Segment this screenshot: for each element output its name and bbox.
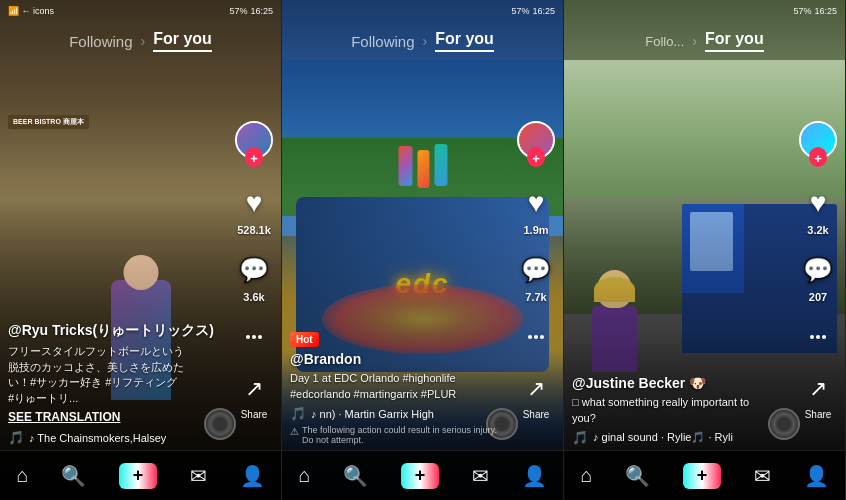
bottom-info-1: @Ryu Tricks(りゅートリックス) フリースタイルフットボールという脱技… [8, 322, 223, 445]
nav-inbox-1[interactable]: ✉ [190, 464, 207, 488]
add-icon-3: + [683, 463, 721, 489]
top-nav-3: Follo... › For you [564, 22, 845, 60]
username-1: @Ryu Tricks(りゅートリックス) [8, 322, 223, 340]
description-2: Day 1 at EDC Orlando #highonlife#edcorla… [290, 371, 505, 402]
more-button-2[interactable] [518, 319, 554, 355]
nav-home-2[interactable]: ⌂ [298, 464, 310, 487]
nav-profile-1[interactable]: 👤 [240, 464, 265, 488]
top-nav-1: Following › For you [0, 22, 281, 60]
share-label-3: Share [805, 409, 832, 420]
comment-button-2[interactable]: 💬 7.7k [518, 252, 554, 303]
status-time-3: 57% 16:25 [793, 6, 837, 16]
comment-icon-2: 💬 [518, 252, 554, 288]
home-icon-3: ⌂ [580, 464, 592, 487]
share-button-3[interactable]: ↗ Share [800, 371, 836, 420]
add-icon-1: + [119, 463, 157, 489]
foryou-tab-3[interactable]: For you [705, 30, 764, 52]
music-note-icon-2: 🎵 [290, 406, 306, 421]
comment-icon-3: 💬 [800, 252, 836, 288]
time-display-1: 16:25 [250, 6, 273, 16]
follow-plus-3[interactable]: + [809, 149, 827, 167]
search-icon-2: 🔍 [343, 464, 368, 488]
warning-text-2: ⚠ The following action could result in s… [290, 425, 505, 445]
nav-separator-1: › [141, 33, 146, 49]
nav-add-1[interactable]: + [119, 463, 157, 489]
nav-search-2[interactable]: 🔍 [343, 464, 368, 488]
heart-icon-2: ♥ [518, 185, 554, 221]
share-icon-1: ↗ [236, 371, 272, 407]
nav-inbox-2[interactable]: ✉ [472, 464, 489, 488]
music-note-icon-3: 🎵 [572, 430, 588, 445]
share-label-2: Share [523, 409, 550, 420]
bottom-nav-2: ⌂ 🔍 + ✉ 👤 [282, 450, 563, 500]
like-count-3: 3.2k [807, 224, 828, 236]
warning-icon-2: ⚠ [290, 426, 299, 437]
hot-badge-2: Hot [290, 332, 319, 347]
more-dots-icon-1 [236, 319, 272, 355]
inbox-icon-3: ✉ [754, 464, 771, 488]
like-button-1[interactable]: ♥ 528.1k [236, 185, 272, 236]
follow-plus-1[interactable]: + [245, 149, 263, 167]
status-time-1: 57% 16:25 [229, 6, 273, 16]
avatar-container-2[interactable]: + [517, 121, 555, 159]
foryou-tab-1[interactable]: For you [153, 30, 212, 52]
nav-add-2[interactable]: + [401, 463, 439, 489]
more-button-3[interactable] [800, 319, 836, 355]
home-icon-2: ⌂ [298, 464, 310, 487]
nav-home-1[interactable]: ⌂ [16, 464, 28, 487]
avatar-container-3[interactable]: + [799, 121, 837, 159]
nav-home-3[interactable]: ⌂ [580, 464, 592, 487]
foryou-tab-2[interactable]: For you [435, 30, 494, 52]
home-icon-1: ⌂ [16, 464, 28, 487]
follow-plus-2[interactable]: + [527, 149, 545, 167]
comment-button-3[interactable]: 💬 207 [800, 252, 836, 303]
heart-icon-1: ♥ [236, 185, 272, 221]
bottom-info-2: Hot @Brandon Day 1 at EDC Orlando #higho… [290, 329, 505, 445]
bottom-info-3: @Justine Becker 🐶 □ what something reall… [572, 375, 787, 445]
nav-separator-3: › [692, 33, 697, 49]
comment-button-1[interactable]: 💬 3.6k [236, 252, 272, 303]
phone-panel-2: edc 57% 16:25 Following › For you + ♥ 1.… [282, 0, 564, 500]
profile-icon-2: 👤 [522, 464, 547, 488]
like-button-2[interactable]: ♥ 1.9m [518, 185, 554, 236]
username-3: @Justine Becker 🐶 [572, 375, 787, 391]
music-text-2: ♪ nn) · Martin Garrix High [311, 408, 434, 420]
comment-icon-1: 💬 [236, 252, 272, 288]
comment-count-3: 207 [809, 291, 827, 303]
nav-inbox-3[interactable]: ✉ [754, 464, 771, 488]
see-translation-1[interactable]: SEE TRANSLATION [8, 410, 223, 424]
heart-icon-3: ♥ [800, 185, 836, 221]
battery-3: 57% [793, 6, 811, 16]
music-info-1: 🎵 ♪ The Chainsmokers,Halsey [8, 430, 223, 445]
add-icon-2: + [401, 463, 439, 489]
more-button-1[interactable] [236, 319, 272, 355]
phone-panel-1: BEER BISTRO 商屋本 📶 ← icons 57% 16:25 Foll… [0, 0, 282, 500]
right-actions-3: + ♥ 3.2k 💬 207 ↗ Share [799, 121, 837, 420]
following-tab-3[interactable]: Follo... [645, 34, 684, 49]
status-left-1: 📶 ← icons [8, 0, 54, 22]
more-dots-icon-3 [800, 319, 836, 355]
like-button-3[interactable]: ♥ 3.2k [800, 185, 836, 236]
bottom-nav-3: ⌂ 🔍 + ✉ 👤 [564, 450, 845, 500]
bottom-nav-1: ⌂ 🔍 + ✉ 👤 [0, 450, 281, 500]
following-tab-1[interactable]: Following [69, 33, 132, 50]
share-label-1: Share [241, 409, 268, 420]
nav-profile-2[interactable]: 👤 [522, 464, 547, 488]
nav-search-3[interactable]: 🔍 [625, 464, 650, 488]
description-1: フリースタイルフットボールという脱技のカッコよさ、美しさを広めたい！#サッカー好… [8, 344, 223, 406]
nav-profile-3[interactable]: 👤 [804, 464, 829, 488]
nav-search-1[interactable]: 🔍 [61, 464, 86, 488]
time-2: 16:25 [532, 6, 555, 16]
share-button-1[interactable]: ↗ Share [236, 371, 272, 420]
right-actions-1: + ♥ 528.1k 💬 3.6k ↗ Share [235, 121, 273, 420]
avatar-container-1[interactable]: + [235, 121, 273, 159]
right-actions-2: + ♥ 1.9m 💬 7.7k ↗ Share [517, 121, 555, 420]
music-text-1: ♪ The Chainsmokers,Halsey [29, 432, 166, 444]
search-icon-1: 🔍 [61, 464, 86, 488]
share-icon-2: ↗ [518, 371, 554, 407]
nav-add-3[interactable]: + [683, 463, 721, 489]
share-button-2[interactable]: ↗ Share [518, 371, 554, 420]
following-tab-2[interactable]: Following [351, 33, 414, 50]
status-time-2: 57% 16:25 [511, 6, 555, 16]
status-bar-1: 📶 ← icons 57% 16:25 [0, 0, 281, 22]
